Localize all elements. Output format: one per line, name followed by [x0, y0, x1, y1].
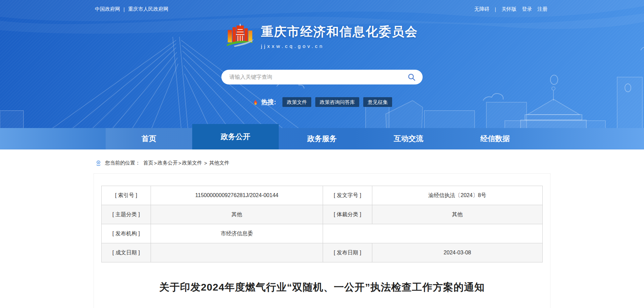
top-link[interactable]: 关怀版 — [501, 6, 517, 12]
breadcrumb-link[interactable]: 首页 — [143, 160, 153, 166]
meta-label-cell: [ 发布日期 ] — [323, 243, 372, 262]
nav-tab-gov-open[interactable]: 政务公开 — [192, 124, 279, 149]
breadcrumb: 您当前的位置： 首页>政务公开>政策文件 > 其他文件 — [95, 160, 644, 167]
top-link[interactable]: 登录 — [522, 6, 532, 12]
meta-label-cell: [ 主题分类 ] — [102, 205, 151, 224]
meta-row: [ 发布机构 ]市经济信息委 — [102, 224, 543, 243]
meta-value-cell: 11500000009276281J/2024-00144 — [151, 186, 323, 205]
meta-value-cell: 其他 — [151, 205, 323, 224]
hot-search-label: 热搜: — [252, 98, 276, 107]
flame-icon — [252, 99, 259, 106]
meta-row: [ 成文日期 ][ 发布日期 ]2024-03-08 — [102, 243, 543, 262]
breadcrumb-link[interactable]: 政策文件 — [182, 160, 202, 166]
topbar-right-links: 无障碍|关怀版登录注册 — [474, 6, 547, 12]
meta-label-cell: [ 成文日期 ] — [102, 243, 151, 262]
breadcrumb-prefix: 您当前的位置： — [105, 160, 140, 166]
divider: | — [123, 6, 125, 12]
meta-value-cell — [323, 224, 543, 243]
meta-value-cell: 其他 — [372, 205, 543, 224]
breadcrumb-separator: > — [203, 160, 209, 166]
hot-search-button[interactable]: 政策咨询问答库 — [315, 97, 359, 107]
meta-label-cell: [ 体裁分类 ] — [323, 205, 372, 224]
breadcrumb-path: 首页>政务公开>政策文件 > 其他文件 — [143, 160, 229, 166]
hot-search-button[interactable]: 政策文件 — [282, 97, 311, 107]
search-input[interactable] — [229, 74, 406, 80]
hot-search-buttons: 政策文件政策咨询问答库意见征集 — [282, 97, 392, 107]
doc-meta-table: [ 索引号 ]11500000009276281J/2024-00144[ 发文… — [101, 186, 543, 262]
breadcrumb-link[interactable]: 政务公开 — [158, 160, 178, 166]
meta-label-cell: [ 发布机构 ] — [102, 224, 151, 243]
top-link[interactable]: 重庆市人民政府网 — [128, 6, 168, 12]
search-button[interactable] — [406, 71, 417, 83]
main-nav: 首页政务公开政务服务互动交流经信数据 — [0, 128, 644, 149]
site-url: jjxxw.cq.gov.cn — [261, 43, 418, 49]
nav-tab-gov-service[interactable]: 政务服务 — [279, 128, 365, 149]
document-card: [ 索引号 ]11500000009276281J/2024-00144[ 发文… — [94, 173, 550, 308]
utility-topbar: 中国政府网|重庆市人民政府网 无障碍|关怀版登录注册 — [0, 6, 644, 14]
site-banner: 中国政府网|重庆市人民政府网 无障碍|关怀版登录注册 — [0, 0, 644, 149]
meta-value-cell: 2024-03-08 — [372, 243, 543, 262]
top-link[interactable]: 注册 — [537, 6, 547, 12]
hot-search-button[interactable]: 意见征集 — [363, 97, 392, 107]
nav-tab-home[interactable]: 首页 — [106, 128, 192, 149]
meta-value-cell: 市经济信息委 — [151, 224, 323, 243]
breadcrumb-link[interactable]: 其他文件 — [209, 160, 229, 166]
meta-value-cell: 渝经信执法〔2024〕8号 — [372, 186, 543, 205]
top-link[interactable]: 中国政府网 — [95, 6, 120, 12]
divider: | — [495, 6, 496, 12]
hot-search-row: 热搜: 政策文件政策咨询问答库意见征集 — [0, 97, 644, 107]
search-bar — [221, 70, 423, 84]
meta-value-cell — [151, 243, 323, 262]
meta-row: [ 索引号 ]11500000009276281J/2024-00144[ 发文… — [102, 186, 543, 205]
topbar-left-links: 中国政府网|重庆市人民政府网 — [95, 6, 168, 12]
breadcrumb-separator: > — [178, 160, 181, 166]
breadcrumb-separator: > — [154, 160, 157, 166]
location-pin-icon — [95, 160, 102, 167]
meta-row: [ 主题分类 ]其他[ 体裁分类 ]其他 — [102, 205, 543, 224]
top-link[interactable]: 无障碍 — [474, 6, 489, 12]
nav-tab-jingxin-data[interactable]: 经信数据 — [452, 128, 538, 149]
meta-label-cell: [ 发文字号 ] — [323, 186, 372, 205]
meta-label-cell: [ 索引号 ] — [102, 186, 151, 205]
masthead: 重庆市经济和信息化委员会 jjxxw.cq.gov.cn — [0, 22, 644, 50]
site-title: 重庆市经济和信息化委员会 — [261, 23, 418, 40]
magnifier-icon — [407, 73, 416, 81]
nav-tab-interaction[interactable]: 互动交流 — [365, 128, 452, 149]
chongqing-emblem-icon[interactable] — [226, 22, 254, 50]
document-title: 关于印发2024年度燃气行业“双随机、一公开”执法检查工作方案的通知 — [101, 281, 543, 294]
